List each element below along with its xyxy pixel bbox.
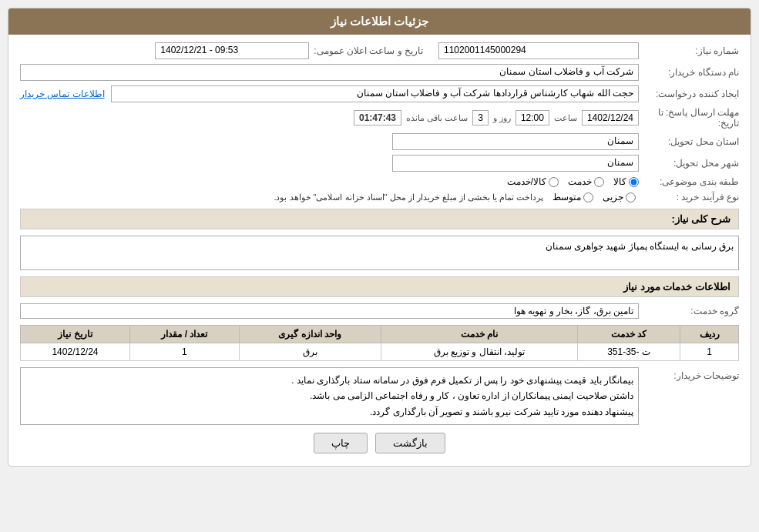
deadline-details: 1402/12/24 ساعت 12:00 روز و 3 ساعت باقی … (354, 110, 639, 125)
process-jazii-radio[interactable] (626, 192, 636, 202)
col-quantity: تعداد / مقدار (129, 326, 239, 343)
deadline-days-label: روز و (493, 113, 511, 123)
category-kala: کالا (613, 176, 639, 187)
deadline-days: 3 (472, 110, 489, 125)
contact-link[interactable]: اطلاعات تماس خریدار (20, 89, 105, 99)
col-service-code: کد خدمت (577, 326, 680, 343)
cell-unit: برق (239, 343, 381, 361)
category-label: طبقه بندی موضوعی: (639, 176, 739, 187)
process-type-desc: پرداخت تمام یا بخشی از مبلغ خریدار از مح… (274, 192, 543, 202)
deadline-time-label: ساعت (554, 113, 577, 123)
header-title: جزئیات اطلاعات نیاز (331, 15, 428, 28)
service-group-row: گروه خدمت: تامین برق، گاز، بخار و تهویه … (20, 303, 739, 319)
watermark-area: شماره نیاز: 1102001145000294 تاریخ و ساع… (20, 42, 739, 453)
process-mutavasit-radio[interactable] (583, 192, 593, 202)
deadline-remaining: 01:47:43 (354, 110, 401, 125)
page-title: جزئیات اطلاعات نیاز (8, 8, 751, 35)
cell-service-name: تولید، انتقال و توزیع برق (381, 343, 577, 361)
province-row: استان محل تحویل: سمنان (20, 133, 739, 150)
need-number-value: 1102001145000294 (438, 42, 639, 59)
buyer-notes-label: توضیحات خریدار: (639, 367, 739, 381)
service-group-label: گروه خدمت: (639, 306, 739, 316)
province-value: سمنان (392, 133, 639, 150)
cell-date: 1402/12/24 (21, 343, 130, 361)
category-both-label: کالا/خدمت (507, 176, 546, 187)
items-table: ردیف کد خدمت نام خدمت واحد اندازه گیری ت… (20, 325, 739, 361)
service-section-title: اطلاعات خدمات مورد نیاز (20, 276, 739, 297)
city-row: شهر محل تحویل: سمنان (20, 155, 739, 172)
deadline-row: مهلت ارسال پاسخ: تا تاریخ: 1402/12/24 سا… (20, 107, 739, 129)
need-number-row: شماره نیاز: 1102001145000294 تاریخ و ساع… (20, 42, 739, 59)
cell-row-number: 1 (680, 343, 739, 361)
category-kala-label: کالا (613, 176, 626, 187)
table-header-row: ردیف کد خدمت نام خدمت واحد اندازه گیری ت… (21, 326, 739, 343)
buyer-notes-box: بیمانگار باید قیمت پیشنهادی خود را پس از… (20, 367, 639, 425)
process-jazii: جزیی (603, 192, 636, 202)
buyer-notes-row: توضیحات خریدار: بیمانگار باید قیمت پیشنه… (20, 367, 739, 425)
deadline-label: مهلت ارسال پاسخ: تا تاریخ: (639, 107, 739, 129)
cell-quantity: 1 (129, 343, 239, 361)
service-section: اطلاعات خدمات مورد نیاز گروه خدمت: تامین… (20, 276, 739, 361)
category-kala-radio[interactable] (629, 177, 639, 187)
deadline-time: 12:00 (516, 110, 549, 125)
page-wrapper: جزئیات اطلاعات نیاز شماره نیاز: 11020011… (0, 0, 759, 532)
general-desc-section-title: شرح کلی نیاز: (20, 209, 739, 229)
process-type-label: نوع فرآیند خرید : (639, 192, 739, 202)
table-row: 1 ت -35-351 تولید، انتقال و توزیع برق بر… (21, 343, 739, 361)
process-mutavasit: متوسط (552, 192, 593, 202)
button-row: بازگشت چاپ (20, 433, 739, 453)
col-date: تاریخ نیاز (21, 326, 130, 343)
category-both-radio[interactable] (549, 177, 559, 187)
category-both: کالا/خدمت (507, 176, 559, 187)
cell-service-code: ت -35-351 (577, 343, 680, 361)
process-mutavasit-label: متوسط (552, 192, 581, 202)
city-value: سمنان (392, 155, 639, 172)
service-group-value: تامین برق، گاز، بخار و تهویه هوا (20, 303, 639, 319)
category-row: طبقه بندی موضوعی: کالا خدمت کالا/خدمت (20, 176, 739, 187)
category-options: کالا خدمت کالا/خدمت (507, 176, 639, 187)
city-label: شهر محل تحویل: (639, 158, 739, 169)
service-info-label: اطلاعات خدمات مورد نیاز (623, 281, 730, 293)
deadline-remaining-label: ساعت باقی مانده (406, 113, 468, 123)
creator-value: حجت الله شهاب کارشناس قراردادها شرکت آب … (111, 85, 639, 102)
announcement-date-value: 1402/12/21 - 09:53 (155, 42, 309, 59)
province-label: استان محل تحویل: (639, 136, 739, 147)
col-row-number: ردیف (680, 326, 739, 343)
buyer-org-label: نام دستگاه خریدار: (639, 67, 739, 78)
announcement-date-label: تاریخ و ساعت اعلان عمومی: (309, 45, 423, 56)
category-khedmat-radio[interactable] (594, 177, 604, 187)
card-body: شماره نیاز: 1102001145000294 تاریخ و ساع… (8, 35, 751, 466)
process-type-row: نوع فرآیند خرید : جزیی متوسط پرداخت تمام… (20, 192, 739, 202)
col-unit: واحد اندازه گیری (239, 326, 381, 343)
col-service-name: نام خدمت (381, 326, 577, 343)
back-button[interactable]: بازگشت (375, 433, 445, 453)
buyer-org-row: نام دستگاه خریدار: شرکت آب و فاضلاب استا… (20, 64, 739, 81)
main-card: جزئیات اطلاعات نیاز شماره نیاز: 11020011… (8, 8, 751, 467)
deadline-date: 1402/12/24 (582, 110, 639, 125)
print-button[interactable]: چاپ (314, 433, 368, 453)
need-number-label: شماره نیاز: (639, 45, 739, 56)
category-khedmat: خدمت (568, 176, 604, 187)
general-desc-value: برق رسانی به ایستگاه پمپاژ شهید جواهری س… (20, 236, 739, 270)
creator-row: ایجاد کننده درخواست: حجت الله شهاب کارشن… (20, 85, 739, 102)
process-jazii-label: جزیی (603, 192, 623, 202)
general-desc-section: شرح کلی نیاز: برق رسانی به ایستگاه پمپاژ… (20, 209, 739, 270)
buyer-org-value: شرکت آب و فاضلاب استان سمنان (20, 64, 639, 81)
category-khedmat-label: خدمت (568, 176, 592, 187)
creator-label: ایجاد کننده درخواست: (639, 89, 739, 99)
general-desc-label: شرح کلی نیاز: (671, 213, 730, 225)
